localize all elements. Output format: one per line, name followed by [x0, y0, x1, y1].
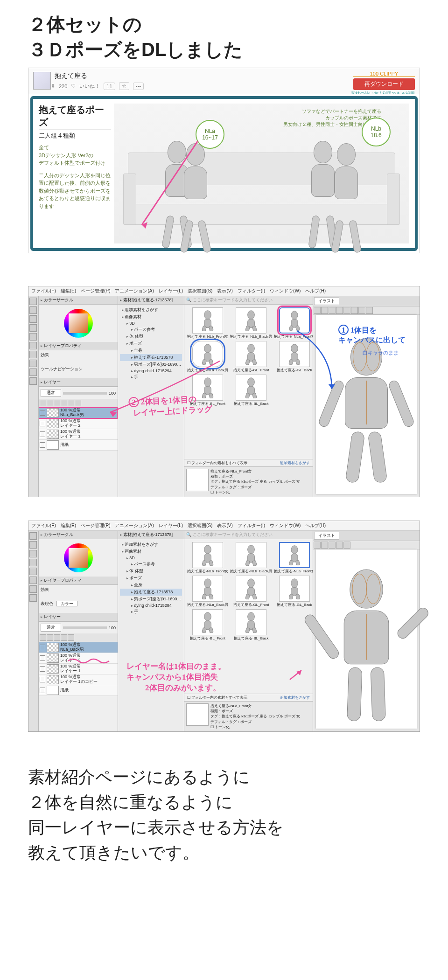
tool-btn[interactable]: [29, 342, 37, 349]
svg-rect-46: [202, 594, 207, 599]
layer-row[interactable]: 100 %通常レイヤー 2: [39, 653, 118, 664]
layer-row[interactable]: 100 %通常レイヤー 1: [39, 429, 118, 440]
menu-window[interactable]: ウィンドウ(W): [270, 288, 301, 294]
svg-rect-55: [295, 594, 300, 599]
page-heading: ２体セットの ３ＤポーズをDLしました: [0, 0, 448, 68]
material-item[interactable]: 抱えて座る-NLb_Front女: [187, 307, 228, 339]
tree-pers[interactable]: パース参考: [120, 326, 182, 333]
tool-btn[interactable]: [29, 333, 37, 341]
asset-thumbnail[interactable]: [33, 72, 51, 90]
menu-anim[interactable]: アニメーション(A): [115, 288, 154, 294]
layer-row[interactable]: 用紙: [39, 440, 118, 451]
tree-hand[interactable]: 手: [120, 374, 182, 381]
layer-row[interactable]: 用紙: [39, 685, 118, 696]
tool-btn[interactable]: [29, 368, 37, 376]
layer-row[interactable]: 100 %通常レイヤー 1のコピー: [39, 674, 118, 685]
tree-item2[interactable]: 男ポーズ[座る]01-1690778: [120, 361, 182, 368]
tool-btn[interactable]: [29, 377, 37, 385]
layer-row[interactable]: 100 %通常NLa_Back男: [39, 408, 118, 418]
tree-pose[interactable]: ポーズ: [120, 340, 182, 347]
visibility-toggle[interactable]: [40, 410, 45, 416]
material-item[interactable]: 抱えて座る-NLb_Black男: [230, 542, 272, 574]
menu-edit[interactable]: 編集(E): [61, 288, 76, 294]
canvas-tab[interactable]: イラスト: [314, 297, 339, 305]
tree-body[interactable]: 体 体型: [120, 333, 182, 340]
material-tab[interactable]: 素材[抱えて座る-1713578]: [118, 296, 184, 305]
menu-select[interactable]: 選択範囲(S): [188, 288, 212, 294]
tree-image[interactable]: 画像素材: [120, 313, 182, 320]
opacity-slider[interactable]: [63, 392, 107, 395]
svg-point-0: [204, 311, 211, 319]
visibility-toggle[interactable]: [40, 677, 45, 682]
star-button[interactable]: ☆: [119, 82, 129, 90]
tool-btn[interactable]: [29, 360, 37, 367]
visibility-toggle[interactable]: [40, 645, 45, 650]
blend-mode[interactable]: 通常: [41, 389, 61, 397]
mat-search[interactable]: 🔍 ここに検索キーワードを入力してください: [184, 296, 313, 305]
tool-btn[interactable]: [29, 298, 37, 305]
material-item[interactable]: 抱えて座る-NLa_Front女: [274, 542, 313, 574]
material-item[interactable]: 抱えて座る-NLa_Back男: [187, 341, 228, 373]
layerprop-head[interactable]: レイヤープロパティ: [39, 342, 118, 350]
layer-row[interactable]: 100 %通常レイヤー 1: [39, 664, 118, 674]
svg-point-4: [248, 311, 255, 319]
material-item[interactable]: 抱えて座る-BL_Front: [187, 609, 228, 641]
visibility-toggle[interactable]: [40, 431, 45, 437]
tree-all[interactable]: 全身: [120, 347, 182, 354]
layer-panel-head[interactable]: レイヤー: [39, 378, 118, 387]
canvas-3d-figure-2[interactable]: [327, 569, 406, 716]
material-item[interactable]: 抱えて座る-BL_Back: [230, 609, 272, 641]
material-item[interactable]: 抱えて座る-NLb_Black男: [230, 307, 272, 339]
bubble-nla: NLa 16~17: [196, 120, 224, 149]
layer-thumb: [47, 408, 59, 417]
menu-layer[interactable]: レイヤー(L): [159, 288, 183, 294]
svg-rect-47: [209, 594, 214, 599]
material-item[interactable]: 抱えて座る-GL_Back: [274, 576, 313, 607]
visibility-toggle[interactable]: [40, 421, 45, 426]
material-item[interactable]: 抱えて座る-NLa_Front女: [274, 307, 313, 339]
material-item[interactable]: 抱えて座る-GL_Back: [274, 341, 313, 373]
layer-row[interactable]: 100 %通常レイヤー 2: [39, 418, 118, 429]
svg-point-16: [248, 344, 255, 353]
tree-item1[interactable]: 抱えて座る-1713578: [120, 354, 182, 361]
visibility-toggle[interactable]: [40, 655, 45, 661]
material-item[interactable]: 抱えて座る-GL_Front: [230, 341, 272, 373]
anno-blue-1: 1 1体目を キャンバスに出して: [338, 325, 406, 345]
tree-3d[interactable]: 3D: [120, 320, 182, 326]
tool-btn[interactable]: [29, 351, 37, 358]
add-material-btn[interactable]: 追加素材をさがす: [280, 460, 310, 466]
material-item[interactable]: 抱えて座る-NLb_Front女: [187, 542, 228, 574]
color-wheel[interactable]: [64, 309, 93, 338]
more-button[interactable]: •••: [133, 83, 144, 90]
menu-help[interactable]: ヘルプ(H): [305, 288, 326, 294]
visibility-toggle[interactable]: [40, 688, 45, 693]
svg-point-28: [248, 378, 255, 386]
footer-text: 素材紹介ページにあるように ２体を自然に重なるように 同一レイヤーに表示させる方…: [0, 755, 448, 884]
visibility-toggle[interactable]: [40, 666, 45, 672]
tree-add[interactable]: 追加素材をさがす: [120, 306, 182, 313]
tool-btn[interactable]: [29, 306, 37, 314]
tool-btn[interactable]: [29, 324, 37, 332]
svg-point-32: [204, 545, 211, 554]
menu-page[interactable]: ページ管理(P): [81, 288, 110, 294]
like-count[interactable]: 11: [104, 83, 115, 90]
menu-view[interactable]: 表示(V): [217, 288, 232, 294]
toolbar: [28, 296, 39, 497]
layer-row[interactable]: 100 %通常NLa_Back男: [39, 642, 118, 653]
menu-filter[interactable]: フィルター(I): [238, 288, 265, 294]
material-item[interactable]: 抱えて座る-GL_Front: [230, 576, 272, 607]
material-label: 抱えて座る-NLa_Front女: [274, 569, 313, 574]
color-panel-head[interactable]: カラーサークル: [39, 296, 118, 305]
tree-item3[interactable]: dying child-1715294: [120, 368, 182, 374]
material-item[interactable]: 抱えて座る-NLa_Back男: [187, 576, 228, 607]
pose-para2: 二人分のデッサン人形を同じ位置に配置した後、前側の人形を数値分移動させてからポー…: [39, 172, 111, 210]
canvas-3d-figure[interactable]: [329, 338, 404, 478]
svg-rect-2: [202, 326, 207, 331]
visibility-toggle[interactable]: [40, 442, 45, 448]
menu-file[interactable]: ファイル(F): [31, 288, 56, 294]
redownload-button[interactable]: 再ダウンロード: [353, 78, 415, 90]
anno-blue-small: 白キャラのまま: [363, 349, 399, 356]
material-item[interactable]: 抱えて座る-BL_Back: [230, 375, 272, 406]
tool-btn[interactable]: [29, 315, 37, 323]
svg-point-44: [204, 579, 211, 587]
